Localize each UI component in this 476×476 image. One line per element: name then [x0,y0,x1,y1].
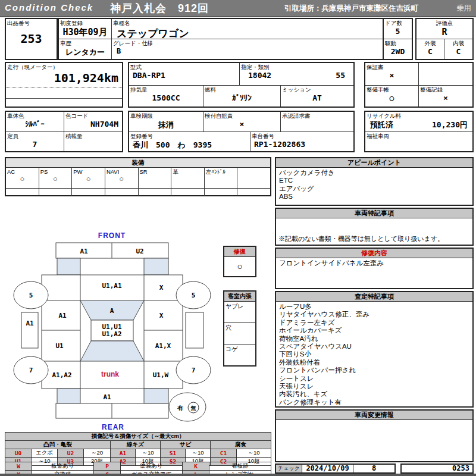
equipment-cell-leather: 革 [171,168,205,188]
doors-value: 5 [384,27,412,36]
recycle-box: リサイクル料 預託済 10,230円 福祉車両 [364,111,474,152]
legend-code: A1 [111,449,136,458]
displacement-label: 排気量 [129,86,203,93]
equipment-mark: ○ [39,174,72,183]
hood-mark: U1,A1 [102,282,121,290]
appeal-line: ABS [279,193,469,201]
class-label: 指定・類別 [240,63,353,71]
mileage-label: 走行（現メーター） [6,63,122,71]
equipment-label: SR [139,168,149,176]
warranty-label: 保証書 [365,63,418,71]
assessment-line: スペアタイヤハウスAU [279,343,469,350]
exterior-cell: 外装 C [416,39,444,59]
assessment-line: 天張りスレ [279,383,469,390]
check-inspector: 8 [353,465,394,472]
assessment-title: 査定特記事項 [276,292,472,302]
legend-desc: ～20 [84,449,111,458]
chassis-number-label: 車台番号 [250,132,353,140]
model-value: ステップワゴン [112,27,383,39]
sheet-number: 0253 [400,464,474,474]
appeal-body: バックカメラ付き ETC エアバッグ ABS [276,168,472,202]
lot-number-box: 出品番号 253 [5,18,58,60]
equipment-mark: ○ [105,174,138,183]
vehicle-notes-footnote: ※記載のない書類・機器等は無しとして取り扱います。 [278,234,444,243]
recycle-fee-amount: 10,230円 [432,120,468,130]
body-color-value: ｼﾙﾊﾞｰ [6,120,64,129]
maintenance-record-value: × [419,93,472,102]
color-capacity-box: 車体色 ｼﾙﾊﾞｰ 色コード NH704M 定員 7 積載量 [5,111,123,152]
chassis-number-value: RP1-1202863 [250,140,353,149]
drive-cell: 駆動 2WD [384,39,412,59]
tire-front-left-depth: 5 [29,292,33,299]
registration-box: 車検期限 抹消 検付自賠責 × 承認請求書 登録番号 香川 500 わ 9395… [128,111,355,152]
first-registration-value: H30年09月 [59,27,111,38]
vehicle-notes-title: 車両特記事項 [276,209,472,218]
assessment-line: リヤタイヤハウス修正、歪み [279,311,469,318]
equipment-label: 革 [171,168,180,176]
left-front-door-mark: A1 [58,312,67,320]
history-cell: 車歴 レンタカー [59,39,112,59]
legend-desc: 塗装あり [121,462,183,471]
recycle-fee-cell: リサイクル料 預託済 10,230円 [365,112,472,132]
class-no2: 55 [336,71,345,80]
warranty-cell: 保証書 × [365,63,419,86]
spare-yes-label: 有 [177,405,183,411]
rear-right-corner [144,389,168,403]
front-bumper-right-mark: U2 [136,248,143,255]
assessment-line: パンク修理キット有 [279,399,469,406]
vehicle-notes-panel: 車両特記事項 ※記載のない書類・機器等は無しとして取り扱います。 [275,208,474,246]
legend-group-rust: サビ [161,441,211,449]
registration-number-label: 登録番号 [129,132,250,140]
first-registration-label: 初度登録 [59,19,111,27]
cabin-lining-title: 客室内張 [224,292,255,302]
model-label: 車種名 [112,19,383,27]
insurance-label: 検付自賠責 [203,112,280,120]
maintenance-record-label: 整備記録 [419,86,472,93]
equipment-cell-blank [237,168,270,188]
doors-drive-box: ドア数 5 駆動 2WD [383,18,413,60]
body-color-label: 車体色 [6,112,64,120]
equipment-table: 装備 AC○ PS○ PW○ NAVI○ SR 革 左ﾊﾝﾄﾞﾙ [5,157,271,196]
body-color-cell: 車体色 ｼﾙﾊﾞｰ [6,112,64,132]
mission-cell: ミッション AT [281,86,353,107]
legend-desc: 板金あり [32,462,94,471]
right-rear-fender-mark: U1,W [153,371,169,379]
equipment-cell-ac: AC○ [6,168,39,188]
warranty-value: × [365,71,418,80]
equipment-empty-cell [205,189,238,196]
roof-mark-2: U1,A2 [102,330,121,338]
brand-logo: Condition Check [5,2,93,12]
repair-flag-title: 修復 [224,247,255,257]
equipment-empty-cell [105,189,139,196]
vehicle-category: 乗用 [456,4,471,14]
color-code-cell: 色コード NH704M [64,112,122,132]
color-code-value: NH704M [64,120,122,129]
appeal-line: エアバッグ [279,185,469,193]
equipment-empty-cell [72,189,105,196]
score-box: 評価点 R 外装 C 内装 C [415,18,474,60]
interior-label: 内装 [444,39,472,47]
legend-title: 損傷記号＆損傷サイズ（～最大cm） [5,433,271,441]
documents-box: 保証書 × 整備手帳 ○ 整備記録 × [364,62,474,108]
lot-number-value: 253 [6,32,57,46]
exterior-value: C [416,47,444,56]
load-cell: 積載量 [64,132,122,151]
fuel-value: ｶﾞｿﾘﾝ [203,93,280,102]
spare-tire-oval [169,393,206,421]
assessment-line: 下回りS小 [279,350,469,358]
score-value: R [416,27,472,37]
legend-desc: ～10 [237,449,271,458]
legend-code: U0 [5,449,32,458]
lot-number-label: 出品番号 [6,19,57,27]
pickup-location: 引取場所：兵庫県神戸市東灘区住吉浜町 [284,4,418,14]
repair-details-line: フロントインサイドパネル左歪み [276,258,472,268]
documents-blank-cell [419,63,472,86]
cabin-lining-row-hole: 穴 [224,323,255,345]
left-sill-mark: A1 [26,320,34,327]
rear-panel-mark: A1 [103,393,111,401]
assessment-line: 荷物室A汚れ [279,335,469,343]
legend-group-corrosion: 腐食 [211,441,271,449]
equipment-empty-cell [139,189,172,196]
registration-number-value: 香川 500 わ 9395 [129,140,250,151]
insurance-value: × [203,120,280,129]
